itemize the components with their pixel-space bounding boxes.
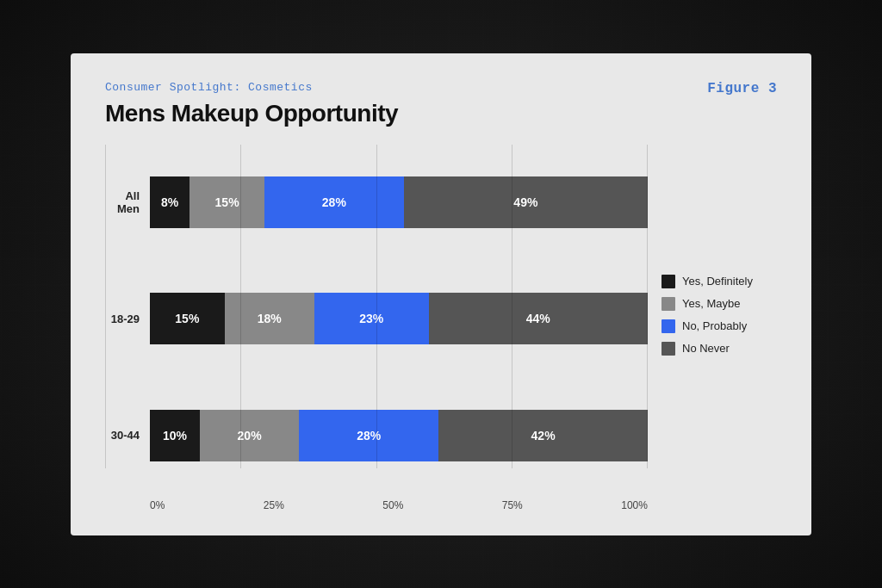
- figure-label: Figure 3: [707, 81, 777, 96]
- bar-segment: 28%: [299, 410, 438, 461]
- bar-track: 15%18%23%44%: [150, 293, 648, 344]
- legend-label: Yes, Definitely: [682, 275, 753, 288]
- bars-container: All Men8%15%28%49%18-2915%18%23%44%30-44…: [105, 145, 648, 494]
- x-axis-tick: 100%: [621, 499, 648, 511]
- bar-label: 30-44: [105, 429, 150, 442]
- legend-label: No Never: [682, 342, 730, 355]
- legend-swatch: [662, 319, 675, 333]
- x-axis: 0%25%50%75%100%: [150, 499, 648, 511]
- bar-segment: 15%: [150, 293, 225, 344]
- x-axis-tick: 0%: [150, 499, 165, 511]
- bar-row: 18-2915%18%23%44%: [105, 293, 648, 344]
- bar-segment: 49%: [404, 176, 648, 228]
- bar-segment: 42%: [438, 410, 648, 461]
- bar-segment: 15%: [189, 176, 264, 228]
- legend-label: Yes, Maybe: [682, 297, 740, 310]
- card-header: Consumer Spotlight: Cosmetics Figure 3: [105, 81, 777, 96]
- legend-swatch: [662, 275, 675, 288]
- chart-left: All Men8%15%28%49%18-2915%18%23%44%30-44…: [105, 145, 648, 511]
- bar-segment: 10%: [150, 410, 200, 461]
- bar-segment: 23%: [314, 293, 429, 344]
- bar-row: All Men8%15%28%49%: [105, 176, 648, 228]
- legend-item: No, Probably: [662, 319, 777, 333]
- legend-swatch: [662, 342, 675, 356]
- legend-item: Yes, Definitely: [662, 275, 777, 288]
- legend-swatch: [662, 297, 675, 311]
- legend-item: No Never: [662, 342, 777, 356]
- bar-segment: 28%: [264, 176, 404, 228]
- bar-track: 10%20%28%42%: [150, 410, 648, 461]
- subtitle: Consumer Spotlight: Cosmetics: [105, 81, 313, 94]
- x-axis-tick: 50%: [382, 499, 403, 511]
- bar-segment: 18%: [225, 293, 314, 344]
- bar-label: All Men: [105, 189, 150, 215]
- bar-row: 30-4410%20%28%42%: [105, 410, 648, 461]
- legend: Yes, DefinitelyYes, MaybeNo, ProbablyNo …: [648, 119, 777, 511]
- bar-track: 8%15%28%49%: [150, 176, 648, 228]
- bar-segment: 8%: [150, 176, 189, 228]
- chart-card: Consumer Spotlight: Cosmetics Figure 3 M…: [71, 53, 811, 535]
- legend-label: No, Probably: [682, 319, 747, 332]
- chart-area: All Men8%15%28%49%18-2915%18%23%44%30-44…: [105, 145, 777, 511]
- bar-segment: 44%: [429, 293, 648, 344]
- x-axis-tick: 75%: [502, 499, 523, 511]
- bar-segment: 20%: [200, 410, 300, 461]
- bar-label: 18-29: [105, 313, 150, 325]
- x-axis-tick: 25%: [264, 499, 284, 511]
- legend-item: Yes, Maybe: [662, 297, 777, 311]
